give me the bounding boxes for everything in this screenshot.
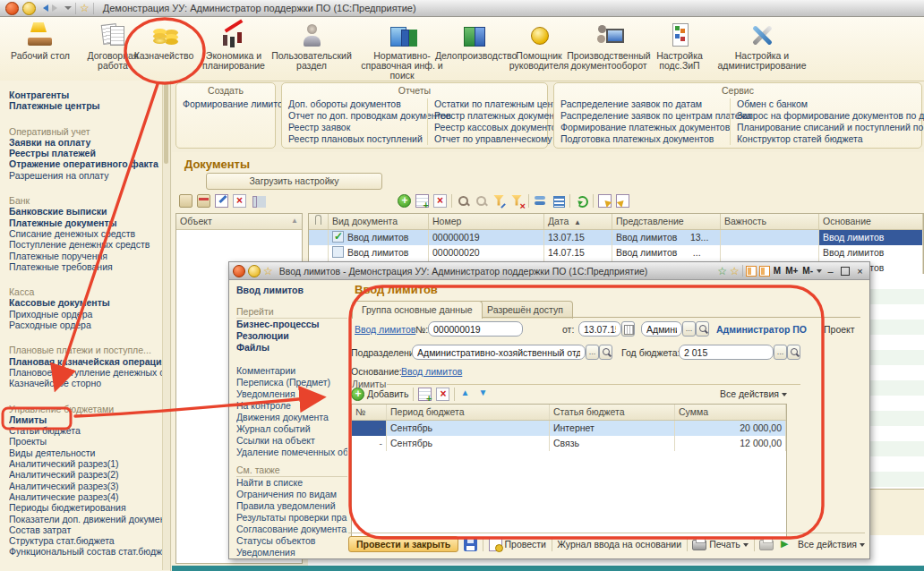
sidebar-item[interactable]: Платежные центры (9, 100, 170, 111)
sidebar-item[interactable]: Аналитический разрез(2) (9, 469, 170, 480)
date-cell[interactable]: 14.07.15 (544, 245, 612, 260)
filter-icon[interactable] (492, 194, 506, 208)
ellipsis-button[interactable]: ... (586, 345, 599, 360)
sidebar-item[interactable]: Кассовые документы (9, 297, 170, 308)
quick-menu-icon[interactable] (22, 2, 36, 15)
sidebar-item[interactable]: Списание денежных средств (9, 228, 170, 239)
card-icon[interactable] (179, 194, 192, 208)
post-button[interactable]: Провести (489, 538, 546, 551)
refresh-icon[interactable] (575, 194, 588, 208)
favorites-list-icon[interactable]: ☆ (730, 266, 740, 277)
column-header-date[interactable]: Дата ▲ (544, 214, 612, 229)
zoom-normal-button[interactable]: М (773, 266, 782, 276)
sidebar-item[interactable]: Отражение оперативного факта (9, 158, 170, 169)
row-number-cell[interactable]: - (352, 421, 387, 436)
magnifier-icon[interactable] (599, 345, 612, 360)
menu-item[interactable]: Конструктор статей бюджета (737, 133, 924, 145)
number-field[interactable] (428, 321, 523, 337)
basis-link[interactable]: Ввод лимитов (401, 366, 462, 377)
sidebar-item[interactable]: Плановое поступление денежных сред... (9, 367, 170, 378)
ribbon-tab-treasury[interactable]: Казначейство (131, 21, 197, 61)
magnifier-icon[interactable] (787, 345, 800, 360)
all-actions-button[interactable]: Все действия (798, 539, 865, 550)
magnifier-icon[interactable] (696, 321, 709, 337)
filter-clear-icon[interactable] (510, 194, 524, 208)
row-number-cell[interactable]: - (352, 436, 387, 451)
column-header[interactable]: Статья бюджета (550, 405, 675, 420)
nav-item[interactable]: Ссылки на объект (236, 435, 347, 447)
import-icon[interactable] (598, 194, 612, 208)
date-cell[interactable]: 13.07.15 (544, 230, 612, 245)
sidebar-item[interactable]: Плановая казначейская операция (9, 356, 170, 367)
minimize-icon[interactable]: – (825, 266, 836, 277)
favorites-star-icon[interactable]: ☆ (80, 3, 90, 13)
column-header[interactable]: Период бюджета (387, 405, 550, 420)
sidebar-item-limits[interactable]: Лимиты (9, 414, 170, 425)
number-cell[interactable]: 000000020 (429, 245, 544, 260)
budget-period-cell[interactable]: Сентябрь (387, 436, 550, 451)
tab-main-data[interactable]: Группа основные данные (352, 301, 483, 319)
budget-year-field[interactable] (679, 345, 774, 360)
menu-item[interactable]: Реестр кассовых документов (434, 122, 549, 133)
nav-item[interactable]: Уведомления (236, 388, 347, 400)
ribbon-tab-user-section[interactable]: Пользовательский раздел (270, 21, 353, 71)
sidebar-item[interactable]: Состав затрат (9, 524, 170, 535)
window-dock-icon[interactable] (746, 266, 757, 277)
nav-item[interactable]: Правила уведомлений (236, 500, 347, 512)
basis-cell[interactable]: Ввод лимитов (819, 230, 923, 245)
column-header[interactable]: Сумма (675, 405, 786, 420)
column-header[interactable]: Представление (612, 214, 721, 229)
group-icon[interactable] (534, 194, 547, 208)
menu-item[interactable]: Обмен с банком (737, 98, 924, 110)
menu-item[interactable]: Распределение заявок по датам (560, 98, 723, 110)
move-down-icon[interactable] (477, 388, 491, 401)
department-field[interactable] (412, 345, 586, 360)
nav-item[interactable]: Бизнес-процессы (236, 319, 347, 330)
column-header[interactable]: Важность (721, 214, 819, 229)
sidebar-item[interactable]: Аналитический разрез(3) (9, 481, 170, 491)
nav-item[interactable]: Резолюции (236, 330, 347, 342)
sidebar-item[interactable]: Проекты (9, 436, 170, 447)
history-dropdown-icon[interactable] (64, 6, 72, 13)
column-header[interactable]: Основание (819, 214, 923, 229)
author-link[interactable]: Администратор ПО (716, 324, 807, 335)
entry-journal-button[interactable]: Журнал ввода на основании (557, 539, 681, 550)
ellipsis-button[interactable]: ... (682, 321, 696, 337)
column-header[interactable]: № (352, 405, 387, 420)
calendar-icon[interactable] (621, 321, 635, 337)
ribbon-tab-economy-planning[interactable]: Экономика и планирование (199, 21, 269, 71)
budget-item-cell[interactable]: Интернет (550, 421, 675, 436)
table-row[interactable]: - Сентябрь Связь 12 000,00 (352, 436, 786, 451)
menu-item[interactable]: Подготовка платежных документов (560, 133, 723, 145)
menu-item[interactable]: Запрос на формирование документов по дог… (737, 110, 924, 122)
nav-item[interactable]: Найти в списке (236, 477, 347, 489)
find-icon[interactable] (457, 194, 470, 208)
tab-access[interactable]: Разрешён доступ (477, 301, 573, 319)
sidebar-item[interactable]: Разрешения на оплату (9, 170, 170, 181)
zoom-out-button[interactable]: М- (801, 266, 814, 276)
list-settings-icon[interactable] (552, 194, 565, 208)
number-cell[interactable]: 000000019 (429, 230, 544, 245)
menu-item-form-limits[interactable]: Формирование лимитов (183, 98, 269, 110)
attachment-column-header[interactable] (309, 214, 329, 229)
date-field[interactable] (578, 321, 621, 337)
nav-item[interactable]: На контроле (236, 400, 347, 412)
sidebar-item[interactable]: Банковские выписки (9, 206, 170, 217)
nav-item[interactable]: Согласование документа (236, 524, 347, 535)
budget-period-cell[interactable]: Сентябрь (387, 421, 550, 436)
zoom-in-button[interactable]: М+ (784, 266, 799, 276)
ribbon-tab-zip-settings[interactable]: Настройка подс.ЗиП (641, 21, 718, 71)
window-split-icon[interactable] (759, 266, 770, 277)
importance-cell[interactable] (721, 245, 819, 260)
run-icon[interactable] (779, 538, 792, 551)
delete-icon[interactable] (233, 194, 246, 208)
menu-item[interactable]: Отчет по доп. проводкам документов (288, 110, 421, 122)
quick-menu-icon[interactable] (248, 265, 261, 277)
save-icon[interactable] (464, 538, 477, 551)
column-header[interactable]: Номер (429, 214, 544, 229)
doc-type-link[interactable]: Ввод лимитов (355, 324, 415, 335)
sidebar-item[interactable]: Платежные поручения (9, 251, 170, 261)
add-favorite-icon[interactable]: ☆ (717, 266, 727, 277)
sidebar-item[interactable]: Функциональный состав стат.бюджета (9, 546, 170, 557)
sidebar-scrollbar[interactable] (162, 81, 170, 570)
